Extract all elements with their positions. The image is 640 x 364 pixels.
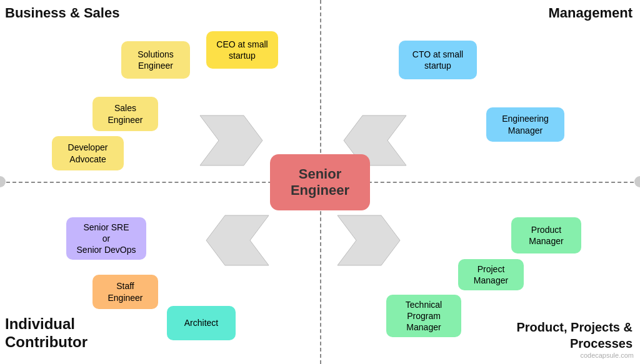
bottom-left-arrow <box>194 209 275 272</box>
ceo-startup-box: CEO at smallstartup <box>206 31 278 69</box>
watermark: codecapsule.com <box>580 352 634 359</box>
left-edge-circle <box>0 176 6 187</box>
cto-startup-box: CTO at smallstartup <box>399 41 477 79</box>
sales-engineer-box: SalesEngineer <box>92 97 158 131</box>
architect-box: Architect <box>167 306 236 340</box>
right-edge-circle <box>634 176 640 187</box>
svg-marker-1 <box>200 116 262 165</box>
bottom-right-arrow <box>331 209 412 272</box>
solutions-engineer-box: SolutionsEngineer <box>121 41 190 79</box>
senior-engineer-box: Senior Engineer <box>270 154 370 210</box>
management-label: Management <box>549 5 632 21</box>
product-manager-box: ProductManager <box>511 217 581 253</box>
developer-advocate-box: DeveloperAdvocate <box>52 136 124 170</box>
project-manager-box: ProjectManager <box>458 259 524 290</box>
individual-contributor-label: IndividualContributor <box>5 315 88 352</box>
svg-marker-3 <box>206 215 269 265</box>
staff-engineer-box: StaffEngineer <box>92 275 158 309</box>
engineering-manager-box: EngineeringManager <box>486 107 564 142</box>
svg-marker-4 <box>338 215 400 265</box>
business-sales-label: Business & Sales <box>5 5 119 21</box>
top-left-arrow <box>194 109 275 172</box>
technical-program-manager-box: TechnicalProgramManager <box>386 295 461 337</box>
senior-sre-box: Senior SREorSenior DevOps <box>66 217 146 260</box>
product-label: Product, Projects &Processes <box>516 319 632 352</box>
